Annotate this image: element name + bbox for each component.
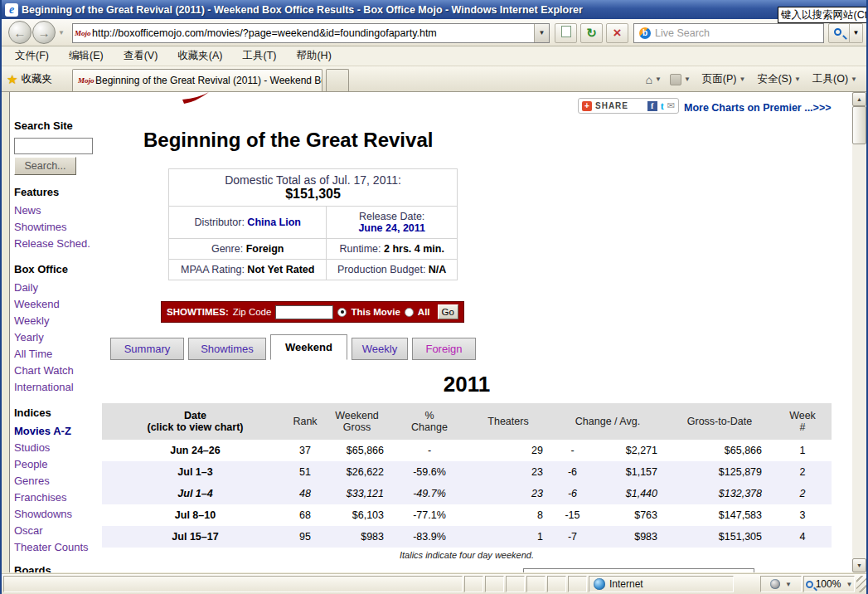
back-button[interactable]: ←: [8, 21, 32, 44]
compatibility-view-button[interactable]: [555, 23, 577, 43]
share-plus-icon: +: [582, 101, 592, 111]
sidebar: Search Site Search... FeaturesNewsShowti…: [14, 119, 107, 572]
zoom-control[interactable]: 100% ▼: [803, 576, 855, 592]
search-box-tooltip: 键入以搜索网站(Ctrl: [778, 7, 868, 23]
search-button[interactable]: [828, 23, 850, 43]
browser-tab[interactable]: Mojo Beginning of the Great Revival (201…: [72, 69, 322, 91]
address-bar[interactable]: Mojo ▼: [72, 23, 550, 43]
menu-item[interactable]: 文件(F): [5, 49, 59, 63]
sidebar-item-studios[interactable]: Studios: [14, 440, 107, 456]
live-search-input[interactable]: [655, 27, 823, 39]
sidebar-item-weekly[interactable]: Weekly: [14, 313, 107, 329]
table-cell-avg: $1,440: [595, 483, 666, 504]
sidebar-item-franchises[interactable]: Franchises: [14, 489, 107, 506]
table-cell-theaters: 29: [467, 440, 550, 461]
table-cell-chg: -15: [550, 504, 595, 526]
scrollbar-thumb[interactable]: [852, 106, 866, 144]
table-footnote: Italics indicate four day weekend.: [102, 550, 832, 560]
tab-foreign[interactable]: Foreign: [412, 338, 476, 360]
command-bar-button[interactable]: 页面(P)▼: [696, 72, 752, 86]
sidebar-item-genres[interactable]: Genres: [14, 473, 107, 489]
sidebar-item-chart-watch[interactable]: Chart Watch: [14, 363, 107, 379]
date-link[interactable]: Jul 1–3: [102, 461, 289, 483]
protected-mode-cell[interactable]: ▼: [760, 576, 802, 592]
table-cell-week: 1: [773, 440, 832, 461]
search-options-chevron-icon[interactable]: ▼: [850, 23, 863, 43]
sidebar-item-all-time[interactable]: All Time: [14, 346, 107, 363]
zip-code-input[interactable]: [275, 305, 333, 319]
menu-item[interactable]: 工具(T): [232, 49, 286, 63]
address-dropdown-icon[interactable]: ▼: [534, 24, 549, 42]
sidebar-item-showdowns[interactable]: Showdowns: [14, 506, 107, 523]
scroll-up-icon[interactable]: ▲: [852, 92, 866, 106]
stop-button[interactable]: ×: [606, 23, 628, 43]
distributor-link[interactable]: China Lion: [247, 217, 301, 228]
command-bar-button[interactable]: 工具(O)▼: [807, 72, 863, 86]
command-bar-button[interactable]: 安全(S)▼: [751, 72, 807, 86]
resize-grip[interactable]: [856, 576, 868, 592]
forward-button[interactable]: →: [32, 21, 56, 44]
more-charts-link[interactable]: More Charts on Premier ...>>>: [684, 102, 832, 114]
favorites-button[interactable]: ★ 收藏夹: [7, 70, 52, 89]
sidebar-item-news[interactable]: News: [14, 202, 107, 219]
zoom-chevron-icon[interactable]: ▼: [846, 581, 852, 588]
menu-item[interactable]: 帮助(H): [286, 49, 341, 63]
tab-weekly[interactable]: Weekly: [352, 338, 408, 360]
site-search-button[interactable]: Search...: [14, 157, 76, 175]
sidebar-item-people[interactable]: People: [14, 456, 107, 473]
home-chevron-icon[interactable]: ▼: [655, 75, 662, 83]
showtimes-bar: SHOWTIMES: Zip Code This Movie All Go: [161, 301, 464, 323]
date-link[interactable]: Jul 8–10: [102, 504, 289, 526]
sidebar-item-daily[interactable]: Daily: [14, 280, 107, 296]
menu-item[interactable]: 编辑(E): [59, 49, 114, 63]
email-icon[interactable]: ✉: [667, 100, 675, 111]
date-link[interactable]: Jul 15–17: [102, 526, 289, 548]
tab-weekend[interactable]: Weekend: [270, 334, 347, 360]
date-link[interactable]: Jul 1–4: [102, 483, 289, 504]
sidebar-item-theater-counts[interactable]: Theater Counts: [14, 539, 107, 556]
facebook-icon[interactable]: f: [647, 101, 657, 111]
sidebar-item-yearly[interactable]: Yearly: [14, 329, 107, 346]
date-link[interactable]: Jun 24–26: [102, 440, 289, 461]
feeds-chevron-icon[interactable]: ▼: [684, 75, 691, 83]
twitter-icon[interactable]: t: [661, 101, 664, 111]
table-row: Jun 24–2637$65,866-29-$2,271$65,8661: [102, 440, 832, 461]
home-button[interactable]: ⌂▼: [643, 73, 664, 86]
tab-summary[interactable]: Summary: [110, 338, 184, 360]
navigation-bar: ← → ▼ Mojo ▼ ↻ × b ▼: [2, 19, 868, 46]
table-cell-theaters: 23: [467, 483, 550, 504]
zip-code-label: Zip Code: [233, 307, 272, 317]
new-tab-button[interactable]: [326, 69, 349, 91]
sidebar-item-weekend[interactable]: Weekend: [14, 296, 107, 313]
share-widget[interactable]: + SHARE f t ✉: [578, 98, 679, 114]
tab-showtimes[interactable]: Showtimes: [188, 338, 266, 360]
table-cell-chg: -7: [550, 526, 595, 548]
address-input[interactable]: [92, 27, 534, 39]
year-heading: 2011: [102, 372, 832, 397]
table-cell-pct: -: [392, 440, 467, 461]
rss-feed-icon: [670, 74, 681, 85]
refresh-button[interactable]: ↻: [580, 23, 603, 43]
status-cell: [547, 576, 566, 592]
protected-mode-chevron-icon[interactable]: ▼: [785, 581, 792, 588]
table-cell-todate: $132,378: [666, 483, 773, 504]
site-search-input[interactable]: [14, 138, 93, 154]
this-movie-radio[interactable]: [337, 308, 347, 317]
feeds-button[interactable]: ▼: [667, 74, 693, 85]
sidebar-item-international[interactable]: International: [14, 379, 107, 396]
go-button[interactable]: Go: [438, 304, 458, 319]
sidebar-item-oscar[interactable]: Oscar: [14, 523, 107, 539]
sidebar-item-showtimes[interactable]: Showtimes: [14, 219, 107, 236]
menu-item[interactable]: 收藏夹(A): [167, 49, 232, 63]
vertical-scrollbar[interactable]: ▲ ▼: [852, 92, 866, 572]
sidebar-item-movies-a-z[interactable]: Movies A-Z: [14, 423, 107, 440]
menu-item[interactable]: 查看(V): [114, 49, 168, 63]
status-cell: [526, 576, 546, 592]
all-radio[interactable]: [405, 308, 414, 317]
title-bar: e Beginning of the Great Revival (2011) …: [2, 0, 868, 19]
mpaa-cell: MPAA Rating: Not Yet Rated: [169, 260, 327, 280]
sidebar-item-release-sched-[interactable]: Release Sched.: [14, 236, 107, 252]
recent-pages-chevron-icon[interactable]: ▼: [58, 29, 65, 37]
scroll-down-icon[interactable]: ▼: [852, 558, 866, 572]
live-search-box[interactable]: b: [633, 23, 824, 43]
